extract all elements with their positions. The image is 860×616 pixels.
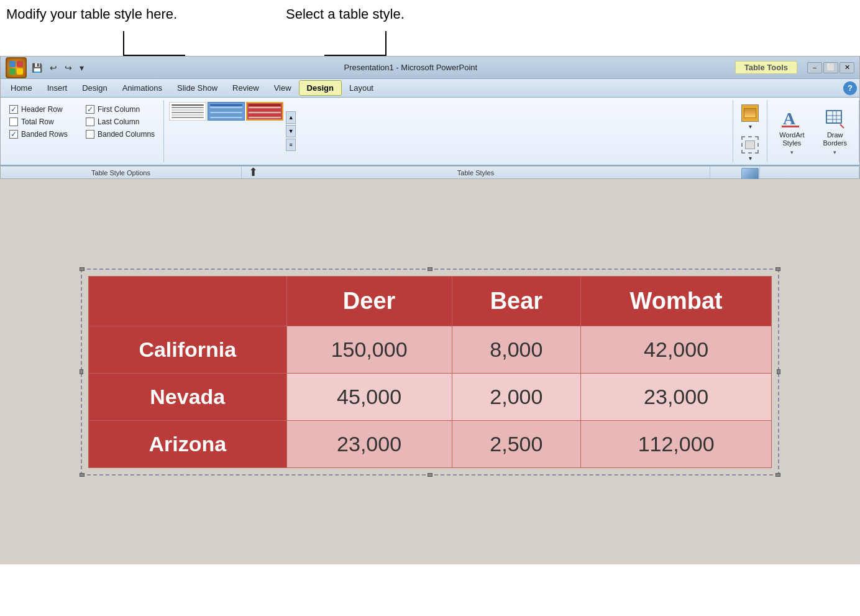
title-bar: 💾 ↩ ↪ ▾ Presentation1 - Microsoft PowerP… (1, 57, 859, 79)
logo-green (9, 68, 16, 75)
annotation-line-h-1 (123, 55, 185, 56)
handle-bottom-right[interactable] (775, 473, 780, 477)
row-deer-arizona[interactable]: 23,000 (286, 420, 452, 467)
data-table: Deer Bear Wombat California 150,000 8,00… (88, 276, 772, 468)
header-cell-bear[interactable]: Bear (452, 276, 581, 326)
checkbox-header-row[interactable]: ✓ Header Row (9, 105, 78, 114)
row-state-nevada[interactable]: Nevada (89, 373, 287, 420)
shading-section: ▾ ▾ ▾ (733, 100, 767, 162)
menu-insert[interactable]: Insert (40, 81, 75, 95)
handle-bottom-center[interactable] (428, 473, 432, 477)
office-button[interactable] (6, 57, 27, 78)
checkbox-banded-rows[interactable]: ✓ Banded Rows (9, 130, 78, 139)
checkbox-banded-columns[interactable]: Banded Columns (86, 130, 155, 139)
checkbox-total-row-label: Total Row (21, 117, 54, 126)
checkbox-header-row-box[interactable]: ✓ (9, 105, 18, 114)
handle-top-right[interactable] (775, 267, 780, 271)
style-scroll-up[interactable]: ▲ (286, 111, 296, 124)
draw-borders-label: DrawBorders (823, 131, 847, 147)
window-controls: − ⬜ ✕ (807, 62, 854, 73)
restore-button[interactable]: ⬜ (823, 62, 838, 73)
menu-design[interactable]: Design (75, 81, 114, 95)
row-deer-nevada[interactable]: 45,000 (286, 373, 452, 420)
table-row: California 150,000 8,000 42,000 (89, 326, 772, 373)
row-bear-nevada[interactable]: 2,000 (452, 373, 581, 420)
checkbox-banded-columns-label: Banded Columns (98, 130, 155, 139)
section-bottom-labels: Table Style Options Table Styles (1, 166, 859, 178)
row-wombat-nevada[interactable]: 23,000 (581, 373, 772, 420)
menu-slideshow[interactable]: Slide Show (170, 81, 225, 95)
logo-yellow (17, 68, 23, 75)
qat-dropdown[interactable]: ▾ (77, 62, 86, 74)
border-button[interactable]: ▾ (738, 134, 762, 163)
wordart-arrow: ▾ (790, 149, 794, 155)
svg-rect-2 (826, 111, 841, 123)
checkbox-last-column-label: Last Column (98, 117, 139, 126)
header-cell-wombat[interactable]: Wombat (581, 276, 772, 326)
menu-layout[interactable]: Layout (342, 81, 381, 95)
section-label-table-styles: Table Styles (242, 167, 710, 178)
style-scroll-down[interactable]: ▼ (286, 125, 296, 137)
header-cell-deer[interactable]: Deer (286, 276, 452, 326)
annotation-line-1 (123, 31, 124, 56)
save-qat-button[interactable]: 💾 (29, 62, 45, 74)
handle-bottom-left[interactable] (80, 473, 85, 477)
checkbox-banded-rows-label: Banded Rows (21, 130, 68, 139)
ribbon-wrapper: 💾 ↩ ↪ ▾ Presentation1 - Microsoft PowerP… (0, 56, 860, 179)
undo-button[interactable]: ↩ (47, 62, 60, 74)
handle-left-center[interactable] (80, 369, 83, 374)
checkbox-total-row-box[interactable] (9, 117, 18, 126)
style-thumb-red-selected[interactable] (246, 102, 283, 121)
header-cell-empty[interactable] (89, 276, 287, 326)
ribbon-tools-section: A WordArtStyles ▾ (767, 100, 859, 162)
section-label-style-options: Table Style Options (1, 167, 242, 178)
border-label: ▾ (749, 155, 752, 162)
checkbox-banded-rows-box[interactable]: ✓ (9, 130, 18, 139)
checkmark-banded-rows: ✓ (11, 131, 17, 138)
row-state-california[interactable]: California (89, 326, 287, 373)
row-state-arizona[interactable]: Arizona (89, 420, 287, 467)
menu-view[interactable]: View (267, 81, 299, 95)
row-deer-california[interactable]: 150,000 (286, 326, 452, 373)
checkbox-last-column-box[interactable] (86, 117, 94, 126)
window-title: Presentation1 - Microsoft PowerPoint (86, 63, 735, 72)
wordart-icon: A (780, 107, 803, 129)
style-thumb-blue[interactable] (208, 102, 245, 121)
row-bear-california[interactable]: 8,000 (452, 326, 581, 373)
checkboxes-area: ✓ Header Row ✓ First Column Total Row (6, 100, 158, 144)
menu-table-design[interactable]: Design (299, 80, 342, 96)
style-scroll-more[interactable]: ≡ (286, 139, 296, 151)
handle-top-center[interactable] (428, 267, 432, 271)
handle-top-left[interactable] (80, 267, 85, 271)
menu-review[interactable]: Review (225, 81, 267, 95)
draw-borders-button[interactable]: DrawBorders ▾ (818, 104, 851, 159)
shading-button[interactable]: ▾ (738, 103, 762, 132)
wordart-styles-button[interactable]: A WordArtStyles ▾ (775, 104, 808, 159)
annotation-label-1: Modify your table style here. (6, 6, 177, 22)
logo-blue (9, 61, 16, 67)
row-bear-arizona[interactable]: 2,500 (452, 420, 581, 467)
checkmark-header-row: ✓ (11, 106, 17, 113)
section-label-wordart (760, 167, 859, 178)
checkbox-last-column[interactable]: Last Column (86, 117, 155, 126)
close-button[interactable]: ✕ (839, 62, 854, 73)
minimize-button[interactable]: − (807, 62, 822, 73)
checkbox-banded-columns-box[interactable] (86, 130, 94, 139)
ribbon-content: ✓ Header Row ✓ First Column Total Row (1, 98, 859, 166)
checkbox-total-row[interactable]: Total Row (9, 117, 78, 126)
checkbox-first-column-box[interactable]: ✓ (86, 105, 94, 114)
wordart-label: WordArtStyles (779, 131, 804, 147)
handle-right-center[interactable] (777, 369, 780, 374)
row-wombat-california[interactable]: 42,000 (581, 326, 772, 373)
redo-button[interactable]: ↪ (62, 62, 75, 74)
annotation-area: Modify your table style here. Select a t… (0, 0, 860, 56)
slide-area: Deer Bear Wombat California 150,000 8,00… (0, 179, 860, 564)
checkbox-first-column-label: First Column (98, 105, 140, 114)
checkbox-first-column[interactable]: ✓ First Column (86, 105, 155, 114)
menu-animations[interactable]: Animations (115, 81, 170, 95)
table-wrapper: Deer Bear Wombat California 150,000 8,00… (81, 269, 779, 476)
row-wombat-arizona[interactable]: 112,000 (581, 420, 772, 467)
menu-home[interactable]: Home (3, 81, 40, 95)
style-thumb-plain-1[interactable] (169, 102, 206, 121)
help-button[interactable]: ? (843, 81, 857, 95)
